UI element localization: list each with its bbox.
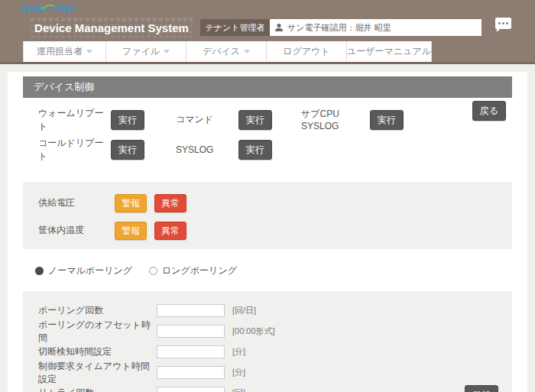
register-button[interactable]: 登録: [465, 385, 498, 392]
execute-warm-reboot-button[interactable]: 実行: [111, 110, 144, 130]
page-title: デバイス制御: [23, 76, 512, 98]
alarm-badge-supply-voltage[interactable]: 警報: [115, 194, 147, 212]
radio-long-polling[interactable]: ロングポーリング: [149, 264, 237, 277]
command-area: 戻る ウォームリブート 実行 コマンド 実行 サブCPU SYSLOG 実行 コ…: [8, 98, 527, 171]
logo-text-sun: SUN: [21, 4, 43, 15]
main-nav: 運用担当者 ファイル デバイス ログアウト ユーザーマニュアル: [23, 41, 432, 62]
execute-cold-reboot-button[interactable]: 実行: [111, 140, 144, 160]
execute-subcpu-syslog-button[interactable]: 実行: [370, 110, 404, 130]
status-section: 供給電圧 警報 異常 筐体内温度 警報 異常: [23, 182, 512, 249]
execute-syslog-button[interactable]: 実行: [238, 140, 272, 160]
brand-logo: SUN YNC: [21, 3, 76, 15]
nav-tab-label: ログアウト: [283, 45, 329, 58]
user-name-text: サン電子確認用：堀井 昭里: [287, 22, 391, 34]
field-label: 切断検知時間設定: [38, 345, 157, 358]
command-label-warm-reboot: ウォームリブート: [38, 107, 111, 133]
chevron-down-icon: [244, 50, 250, 53]
error-badge-chassis-temperature[interactable]: 異常: [154, 222, 186, 240]
role-badge: テナント管理者: [200, 19, 270, 36]
error-badge-supply-voltage[interactable]: 異常: [154, 194, 186, 212]
field-unit: [分]: [232, 367, 245, 378]
status-label: 供給電圧: [38, 196, 115, 209]
field-unit: [分]: [232, 346, 245, 358]
field-unit: [回]: [232, 387, 245, 392]
field-label: リトライ回数: [38, 387, 157, 392]
disconnect-detection-input[interactable]: [157, 345, 225, 358]
nav-tab-logout[interactable]: ログアウト: [267, 41, 347, 62]
command-label-command: コマンド: [176, 113, 238, 126]
command-label-subcpu-syslog: サブCPU SYSLOG: [301, 108, 370, 131]
polling-offset-input[interactable]: [157, 325, 225, 338]
app-title-pattern: Device Management System: [31, 18, 193, 37]
chevron-down-icon: [86, 50, 92, 53]
radio-selected-icon: [35, 267, 44, 275]
person-icon: [274, 23, 284, 32]
chat-bubble-icon[interactable]: [495, 18, 511, 29]
status-label: 筐体内温度: [38, 224, 115, 237]
logo-text-ync: YNC: [54, 4, 75, 15]
polling-count-input[interactable]: [157, 304, 225, 317]
chat-dot: [498, 22, 501, 24]
nav-tab-label: ユーザーマニュアル: [347, 45, 431, 58]
back-button[interactable]: 戻る: [472, 101, 506, 121]
nav-tab-label: デバイス: [203, 45, 240, 58]
command-row: コールドリブート 実行 SYSLOG 実行: [38, 137, 512, 162]
retry-count-input[interactable]: [157, 387, 225, 392]
field-unit: [00:00形式]: [232, 326, 275, 337]
radio-label: ロングポーリング: [162, 264, 237, 277]
nav-tab-operators[interactable]: 運用担当者: [23, 41, 106, 62]
form-row-control-timeout: 制御要求タイムアウト時間設定 [分]: [38, 362, 512, 383]
chevron-down-icon: [164, 50, 170, 53]
field-label: ポーリング回数: [38, 304, 157, 317]
app-title: Device Management System: [31, 21, 193, 34]
status-row-chassis-temperature: 筐体内温度 警報 異常: [38, 221, 512, 240]
field-unit: [回/日]: [232, 305, 256, 316]
radio-normal-polling[interactable]: ノーマルポーリング: [35, 264, 132, 277]
command-label-cold-reboot: コールドリブート: [38, 137, 111, 163]
command-label-syslog: SYSLOG: [176, 144, 238, 155]
execute-command-button[interactable]: 実行: [238, 110, 272, 130]
nav-tab-device[interactable]: デバイス: [186, 41, 267, 62]
field-label: ポーリングのオフセット時間: [38, 319, 157, 345]
command-row: ウォームリブート 実行 コマンド 実行 サブCPU SYSLOG 実行: [38, 107, 512, 132]
user-display[interactable]: サン電子確認用：堀井 昭里: [270, 19, 481, 36]
nav-tab-label: ファイル: [122, 45, 160, 58]
app-header: SUN YNC Device Management System テナント管理者…: [0, 0, 535, 64]
content-card: デバイス制御 戻る ウォームリブート 実行 コマンド 実行 サブCPU SYSL…: [8, 72, 527, 392]
nav-tab-label: 運用担当者: [37, 45, 83, 58]
alarm-badge-chassis-temperature[interactable]: 警報: [115, 222, 147, 240]
radio-label: ノーマルポーリング: [48, 264, 132, 277]
form-row-polling-offset: ポーリングのオフセット時間 [00:00形式]: [38, 321, 512, 342]
chat-dot: [506, 22, 508, 24]
control-timeout-input[interactable]: [157, 366, 225, 379]
nav-tab-file[interactable]: ファイル: [106, 41, 186, 62]
field-label: 制御要求タイムアウト時間設定: [38, 360, 157, 386]
polling-settings-section: ポーリング回数 [回/日] ポーリングのオフセット時間 [00:00形式] 切断…: [23, 291, 512, 392]
chat-dot: [502, 22, 504, 24]
nav-tab-user-manual[interactable]: ユーザーマニュアル: [347, 41, 432, 62]
radio-unselected-icon: [149, 267, 157, 275]
polling-mode-group: ノーマルポーリング ロングポーリング: [8, 249, 527, 291]
status-row-supply-voltage: 供給電圧 警報 異常: [38, 193, 512, 212]
